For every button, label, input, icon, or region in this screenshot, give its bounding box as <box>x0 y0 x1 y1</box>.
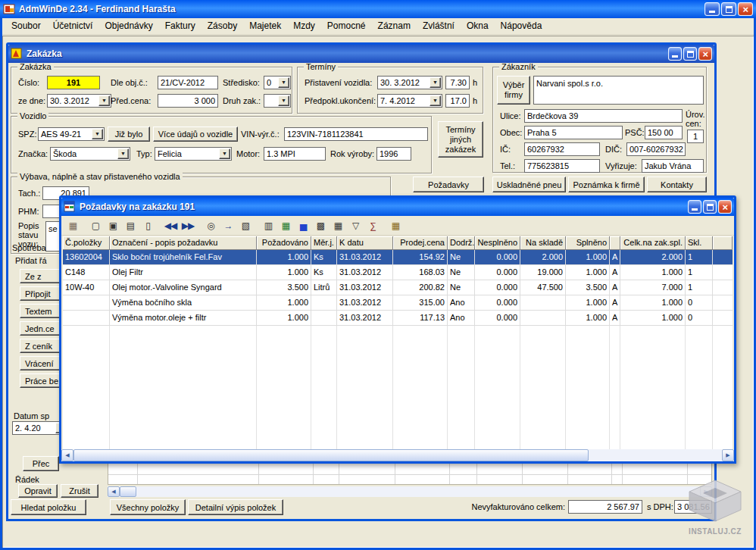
menu-item[interactable]: Zvláštní <box>417 18 461 34</box>
table-cell[interactable]: 2.000 <box>520 250 566 264</box>
pozadavky-close-button[interactable] <box>718 200 732 214</box>
column-header[interactable]: Měr.j. <box>311 236 337 250</box>
chevron-down-icon[interactable] <box>278 77 289 88</box>
scroll-left-icon[interactable] <box>61 449 73 461</box>
vat-id-field[interactable]: 007-60267932 <box>626 142 686 156</box>
order-ref-field[interactable]: 21/CV-2012 <box>158 76 218 89</box>
table-cell[interactable]: 0 <box>686 295 713 310</box>
chevron-down-icon[interactable] <box>92 129 103 139</box>
table-cell[interactable]: 315.00 <box>393 295 448 310</box>
table-cell[interactable]: 154.92 <box>393 250 448 264</box>
find-item-button[interactable]: Hledat položku <box>11 499 86 515</box>
table-cell[interactable]: 31.03.2012 <box>337 295 393 310</box>
scrollbar-track[interactable] <box>589 449 722 461</box>
table-cell[interactable]: 1.000 <box>620 311 686 325</box>
menu-item[interactable]: Mzdy <box>287 18 321 34</box>
menu-item[interactable]: Soubor <box>5 18 47 34</box>
table-cell[interactable]: 7.000 <box>620 280 686 295</box>
zakazka-titlebar[interactable]: Zakázka <box>8 45 714 63</box>
plate-combo[interactable]: AES 49-21 <box>38 127 105 141</box>
table-cell[interactable]: 19.000 <box>520 265 566 280</box>
table-cell[interactable]: 168.03 <box>393 265 448 280</box>
est-price-field[interactable]: 3 000 <box>158 94 218 108</box>
table-cell[interactable]: Výměna bočního skla <box>110 295 257 310</box>
chevron-down-icon[interactable] <box>117 148 129 159</box>
print-preview-icon[interactable]: ▤ <box>123 218 138 233</box>
company-id-field[interactable]: 60267932 <box>524 142 600 156</box>
finish-time-field[interactable]: 17.0 <box>445 94 470 108</box>
column-header[interactable]: Č.položky <box>63 236 110 250</box>
table-cell[interactable]: 0.000 <box>475 295 520 310</box>
go-arrow-icon[interactable]: → <box>220 218 236 233</box>
table-cell[interactable]: 1.000 <box>257 311 311 325</box>
table-cell[interactable]: 1 <box>686 280 713 295</box>
copy-icon[interactable]: ▣ <box>105 218 120 233</box>
table-cell[interactable]: 31.03.2012 <box>337 265 393 280</box>
other-orders-terms-button[interactable]: Termíny jiných zakázek <box>438 121 483 158</box>
table-cell[interactable] <box>63 295 110 310</box>
pozadavky-titlebar[interactable]: Požadavky na zakázku 191 <box>61 198 734 216</box>
table-cell[interactable]: 1.000 <box>566 295 610 310</box>
table-cell[interactable]: 31.03.2012 <box>337 280 393 295</box>
sum-icon[interactable]: ∑ <box>365 218 380 233</box>
table-cell[interactable]: Olej Filtr <box>110 265 257 280</box>
table-cell[interactable]: 200.82 <box>393 280 448 295</box>
column-header[interactable]: K datu <box>337 236 393 250</box>
all-items-button[interactable]: Všechny položky <box>110 499 186 515</box>
table-cell[interactable]: 0.000 <box>475 311 520 325</box>
table-cell[interactable]: Ne <box>448 250 475 264</box>
table-cell[interactable]: Ks <box>311 265 337 280</box>
pozadavky-maximize-button[interactable] <box>703 200 717 214</box>
table-cell[interactable]: Ano <box>448 295 475 310</box>
edit-row-button[interactable]: Opravit <box>18 484 58 498</box>
table-cell[interactable]: A <box>610 295 620 310</box>
column-header[interactable] <box>610 236 620 250</box>
new-document-icon[interactable]: ▢ <box>88 218 103 233</box>
close-button[interactable] <box>738 2 753 16</box>
column-header[interactable]: Prodej.cena <box>393 236 448 250</box>
table-cell[interactable]: 31.03.2012 <box>337 250 393 264</box>
table-row[interactable]: 10W-40Olej motor.-Valvoline Syngard3.500… <box>63 280 733 295</box>
table-icon[interactable]: ▦ <box>330 218 345 233</box>
table-cell[interactable]: Ano <box>448 311 475 325</box>
already-serviced-button[interactable]: Již bylo <box>108 127 150 142</box>
model-combo[interactable]: Felicia <box>155 147 232 161</box>
table-cell[interactable]: 0.000 <box>475 250 520 264</box>
vin-field[interactable]: 123VIN-7181123841 <box>284 127 428 141</box>
scrollbar-thumb[interactable] <box>73 449 589 461</box>
menu-item[interactable]: Faktury <box>159 18 201 34</box>
table-cell[interactable]: Litrů <box>311 280 337 295</box>
stamp-icon[interactable]: ▦ <box>65 218 80 233</box>
table-row[interactable]: C148Olej Filtr1.000Ks31.03.2012168.03Ne0… <box>63 265 733 280</box>
scroll-right-icon[interactable] <box>722 449 734 461</box>
phone-field[interactable]: 775623815 <box>524 159 600 173</box>
pozadavky-minimize-button[interactable] <box>688 200 701 214</box>
table-cell[interactable]: A <box>610 280 620 295</box>
zakazka-minimize-button[interactable] <box>668 47 682 61</box>
table-cell[interactable]: 1.000 <box>566 265 610 280</box>
chevron-down-icon[interactable] <box>278 95 289 106</box>
delete-icon[interactable]: ▯ <box>140 218 155 233</box>
menu-item[interactable]: Záznam <box>372 18 417 34</box>
table-cell[interactable]: 3.500 <box>257 280 311 295</box>
table-row[interactable]: 13602004Sklo boční trojúhelník Fel.Fav1.… <box>63 250 733 265</box>
table-row[interactable]: Výměna bočního skla1.00031.03.2012315.00… <box>63 295 733 311</box>
export-table-icon[interactable]: ▦ <box>278 218 293 233</box>
table-cell[interactable]: Ne <box>448 265 475 280</box>
table-cell[interactable]: 13602004 <box>63 250 110 264</box>
column-header[interactable]: Celk.na zak.spl. <box>620 236 686 250</box>
table-cell[interactable]: 0.000 <box>475 280 520 295</box>
table-cell[interactable]: Výměna motor.oleje + filtr <box>110 311 257 325</box>
zakazka-close-button[interactable] <box>698 47 712 61</box>
table-cell[interactable]: 1.000 <box>566 250 610 264</box>
order-number-field[interactable]: 191 <box>47 76 100 89</box>
table-cell[interactable]: Ne <box>448 280 475 295</box>
chevron-down-icon[interactable] <box>98 95 110 106</box>
table-cell[interactable] <box>63 311 110 325</box>
table-cell[interactable]: 1.000 <box>620 265 686 280</box>
zip-field[interactable]: 150 00 <box>645 126 683 139</box>
copy-table-icon[interactable]: ▩ <box>313 218 328 233</box>
delete-row-button[interactable]: Zrušit <box>61 484 98 498</box>
engine-field[interactable]: 1.3 MPI <box>264 147 326 161</box>
table-cell[interactable]: 0.000 <box>475 265 520 280</box>
